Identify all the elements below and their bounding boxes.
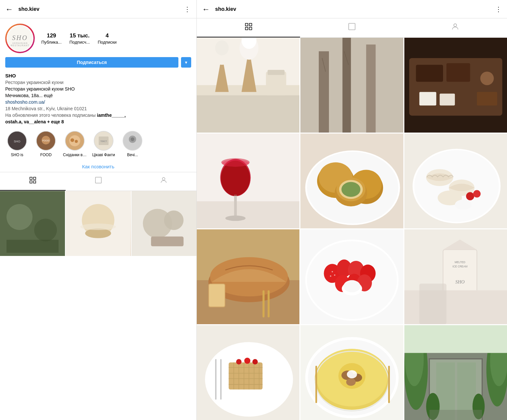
svg-text:SHO: SHO: [455, 279, 465, 284]
grid-photo-waffle[interactable]: [197, 325, 299, 420]
highlight-sho-is[interactable]: SHO SHO is: [5, 131, 29, 157]
subscribe-button[interactable]: Подписаться: [5, 57, 178, 68]
svg-rect-103: [268, 290, 270, 318]
svg-point-32: [80, 223, 116, 230]
grid-photo-ice-cream[interactable]: [197, 38, 299, 133]
right-tab-tagged[interactable]: [404, 18, 507, 37]
grid-icon: [29, 176, 37, 186]
posts-count: 129: [47, 32, 56, 39]
svg-rect-23: [95, 177, 101, 183]
left-grid-preview: [0, 191, 196, 420]
svg-point-73: [225, 216, 246, 221]
grid-photo-chocolate[interactable]: [404, 38, 507, 133]
svg-rect-65: [477, 92, 497, 105]
avatar-inner: SHO UKRAINIAN RESTAURANT: [7, 25, 33, 52]
svg-rect-62: [416, 65, 443, 82]
grid-photo-garden[interactable]: [404, 325, 507, 420]
grid-photo-bread-rolls[interactable]: [300, 134, 403, 228]
svg-rect-38: [249, 23, 252, 26]
svg-text:FOOD: FOOD: [42, 139, 50, 142]
svg-rect-41: [349, 23, 355, 30]
svg-rect-21: [30, 181, 32, 183]
svg-rect-174: [404, 325, 507, 353]
stat-followers[interactable]: 15 тыс. Подписч...: [70, 32, 90, 45]
call-link[interactable]: Как позвонить: [0, 161, 196, 172]
svg-point-24: [162, 178, 165, 180]
svg-rect-40: [249, 27, 252, 30]
highlight-label-food: FOOD: [40, 153, 52, 157]
bio-address-full: 18 Mechnikova str., Kyiv, Ukraine 01021: [5, 106, 191, 111]
highlight-food[interactable]: FOOD FOOD: [34, 131, 58, 157]
following-count: 4: [106, 32, 109, 39]
highlight-tsikavi[interactable]: текст Цікаві Факти: [92, 131, 115, 157]
svg-point-143: [253, 359, 258, 365]
subscribe-row: Подписаться ▾: [5, 57, 191, 68]
grid-photo-strawberry[interactable]: [300, 229, 403, 324]
grid-cell-left-1[interactable]: [0, 191, 65, 256]
bio-followers-more[interactable]: ostah.a, va__alena + еще 8: [5, 119, 64, 124]
highlight-circle-vechi: [123, 131, 142, 151]
highlight-snidanky[interactable]: Сніданки в ...: [63, 131, 87, 157]
right-back-button[interactable]: ←: [202, 5, 210, 14]
bio-followers-line2: ostah.a, va__alena + еще 8: [5, 119, 191, 124]
grid-photo-soup[interactable]: [300, 325, 403, 420]
right-header: ← sho.kiev ⋮: [197, 0, 507, 18]
grid-photo-trees[interactable]: [300, 38, 403, 133]
more-options-button[interactable]: ⋮: [184, 5, 191, 13]
tab-grid[interactable]: [0, 172, 66, 191]
svg-point-93: [466, 192, 474, 200]
right-grid-icon: [244, 22, 253, 33]
highlights-section: SHO SHO is FOOD FOOD Сніданки в ... текс…: [0, 127, 196, 161]
svg-rect-52: [266, 72, 286, 95]
svg-rect-39: [245, 27, 248, 30]
highlight-label-snidanky: Сніданки в ...: [63, 153, 87, 157]
bio-followers-account1[interactable]: iamthe_____,: [97, 113, 126, 118]
svg-point-27: [34, 219, 57, 241]
svg-rect-145: [220, 359, 222, 400]
svg-rect-127: [419, 284, 446, 324]
profile-username: sho.kiev: [18, 6, 184, 12]
bio-followers-line: На обновления этого человека подписаны i…: [5, 113, 191, 118]
bio-description: Ресторан украинской кухни SHO: [5, 86, 191, 92]
svg-rect-69: [197, 201, 299, 228]
svg-rect-102: [263, 290, 265, 318]
svg-point-155: [347, 370, 357, 378]
stat-posts[interactable]: 129 Публика...: [41, 32, 62, 45]
svg-rect-53: [268, 70, 285, 75]
svg-text:MELTED: MELTED: [455, 261, 465, 264]
stats-row: 129 Публика... 15 тыс. Подписч... 4 Подп…: [41, 32, 117, 45]
svg-rect-72: [234, 195, 237, 218]
grid-photo-milk-carton[interactable]: MELTED ICE CREAM SHO: [404, 229, 507, 324]
stat-following[interactable]: 4 Подписки: [98, 32, 117, 45]
right-more-options-button[interactable]: ⋮: [495, 5, 502, 13]
grid-photo-wine[interactable]: [197, 134, 299, 228]
highlight-circle-tsikavi: текст: [94, 131, 113, 151]
svg-point-64: [480, 72, 494, 85]
avatar[interactable]: SHO UKRAINIAN RESTAURANT: [5, 24, 35, 53]
svg-point-26: [7, 204, 32, 230]
grid-photo-bread-loaf[interactable]: [197, 229, 299, 324]
right-tab-grid[interactable]: [197, 18, 300, 37]
avatar-image: SHO UKRAINIAN RESTAURANT: [7, 26, 33, 51]
svg-rect-22: [33, 181, 36, 183]
grid-photo-dumplings[interactable]: [404, 134, 507, 228]
svg-point-94: [473, 190, 480, 198]
highlight-circle-snidanky: [65, 131, 85, 151]
tab-feed[interactable]: [66, 172, 131, 191]
right-tab-feed[interactable]: [300, 18, 403, 37]
tab-tagged[interactable]: [131, 172, 196, 191]
svg-text:SHO: SHO: [12, 34, 28, 41]
bio-category: Ресторан украинской кухни: [5, 80, 191, 85]
svg-point-154: [346, 378, 356, 386]
svg-rect-101: [209, 284, 224, 306]
back-button[interactable]: ←: [5, 5, 13, 14]
bio-website[interactable]: shoshosho.com.ua/: [5, 99, 191, 105]
bio-name: SHO: [5, 73, 191, 78]
subscribe-dropdown-button[interactable]: ▾: [181, 57, 191, 68]
grid-cell-left-2[interactable]: [66, 191, 131, 256]
svg-point-18: [131, 137, 134, 141]
grid-cell-left-3[interactable]: [132, 191, 196, 256]
svg-rect-57: [366, 45, 376, 133]
svg-point-114: [332, 271, 333, 272]
highlight-vechi[interactable]: Вечі...: [121, 131, 144, 157]
